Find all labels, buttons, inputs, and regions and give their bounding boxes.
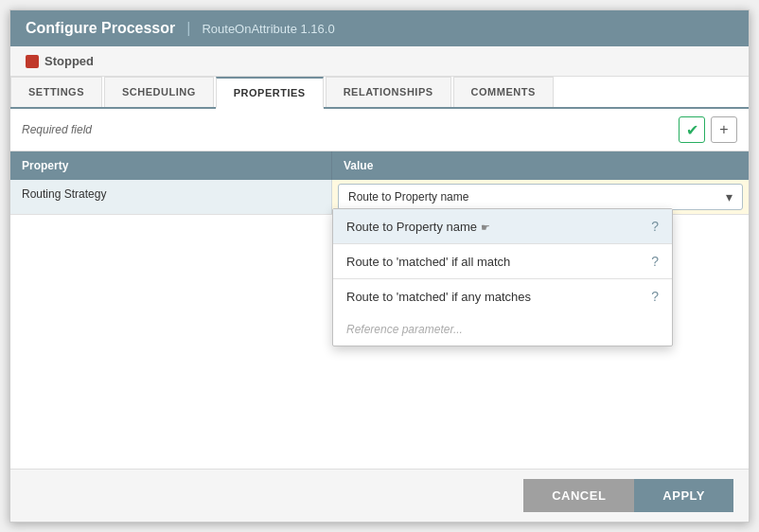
required-field-actions: ✔ + bbox=[679, 116, 737, 143]
dropdown-item-route-property-name[interactable]: Route to Property name ☛ ? bbox=[333, 209, 672, 244]
routing-strategy-dropdown[interactable]: Route to Property name ▾ bbox=[338, 184, 743, 210]
cell-property-routing-strategy: Routing Strategy bbox=[10, 180, 332, 214]
col-header-property: Property bbox=[10, 151, 332, 180]
dropdown-reference-param: Reference parameter... bbox=[333, 313, 672, 346]
dropdown-menu: Route to Property name ☛ ? Route to 'mat… bbox=[332, 208, 673, 346]
tab-comments[interactable]: COMMENTS bbox=[453, 77, 554, 107]
dropdown-item-matched-all[interactable]: Route to 'matched' if all match ? bbox=[333, 244, 672, 279]
tab-settings[interactable]: SETTINGS bbox=[10, 77, 102, 107]
dropdown-item-label: Route to 'matched' if all match bbox=[346, 255, 510, 269]
dialog-subtitle: RouteOnAttribute 1.16.0 bbox=[202, 22, 334, 36]
dropdown-item-label: Route to Property name ☛ bbox=[346, 220, 490, 234]
dropdown-item-matched-any[interactable]: Route to 'matched' if any matches ? bbox=[333, 279, 672, 313]
status-indicator bbox=[26, 55, 39, 68]
dialog-header: Configure Processor | RouteOnAttribute 1… bbox=[10, 10, 749, 46]
chevron-down-icon: ▾ bbox=[726, 189, 733, 204]
configure-processor-dialog: Configure Processor | RouteOnAttribute 1… bbox=[9, 9, 750, 523]
help-icon-1[interactable]: ? bbox=[651, 219, 659, 234]
cancel-button[interactable]: CANCEL bbox=[523, 479, 634, 512]
required-field-bar: Required field ✔ + bbox=[10, 109, 749, 151]
table-header: Property Value bbox=[10, 151, 749, 180]
apply-button[interactable]: APPLY bbox=[634, 479, 733, 512]
cursor-icon: ☛ bbox=[481, 222, 490, 233]
table-row: Routing Strategy Route to Property name … bbox=[10, 180, 749, 215]
dropdown-selected-value: Route to Property name bbox=[348, 190, 468, 204]
dialog-separator: | bbox=[186, 20, 190, 37]
add-property-button[interactable]: + bbox=[711, 116, 737, 143]
help-icon-3[interactable]: ? bbox=[651, 289, 659, 304]
tab-bar: SETTINGS SCHEDULING PROPERTIES RELATIONS… bbox=[10, 77, 749, 109]
cell-value-routing-strategy: Route to Property name ▾ Route to Proper… bbox=[332, 180, 749, 214]
required-field-label: Required field bbox=[22, 123, 92, 136]
tab-scheduling[interactable]: SCHEDULING bbox=[104, 77, 214, 107]
status-bar: Stopped bbox=[10, 46, 749, 77]
tab-properties[interactable]: PROPERTIES bbox=[216, 77, 324, 109]
help-icon-2[interactable]: ? bbox=[651, 254, 659, 269]
check-icon: ✔ bbox=[686, 121, 698, 139]
plus-icon: + bbox=[719, 121, 728, 138]
status-text: Stopped bbox=[44, 54, 94, 68]
dropdown-item-label: Route to 'matched' if any matches bbox=[346, 290, 531, 304]
content-area: Required field ✔ + Property Value Routin… bbox=[10, 109, 749, 469]
check-button[interactable]: ✔ bbox=[679, 116, 705, 143]
dialog-footer: CANCEL APPLY bbox=[10, 469, 749, 522]
dialog-title: Configure Processor bbox=[26, 20, 175, 37]
col-header-value: Value bbox=[332, 151, 749, 180]
tab-relationships[interactable]: RELATIONSHIPS bbox=[326, 77, 451, 107]
